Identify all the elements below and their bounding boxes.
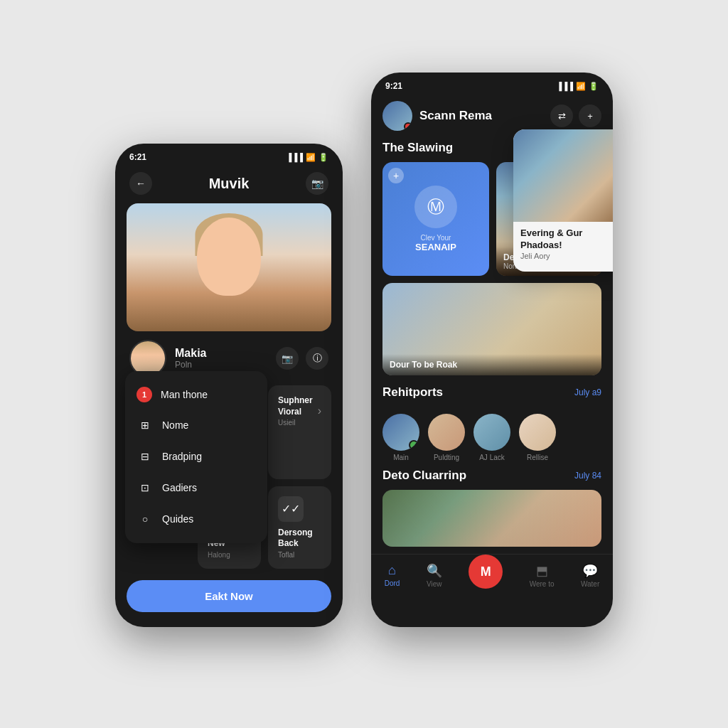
floating-img [513,129,613,222]
nav-fab-main[interactable]: M [469,555,503,589]
right-header-name: Scann Rema [419,109,543,123]
avatar-label-aj: AJ Lack [479,454,505,461]
card-suphner[interactable]: Suphner Vioral Usieil › [268,385,331,479]
avatar-circle-aj [473,414,510,451]
avatar-circle-main [382,414,419,451]
profile-info: Makia Poln [175,347,267,370]
rehitports-date: July a9 [574,387,601,397]
bradping-icon: ⊟ [136,448,154,465]
video-title: Dour To be Roak [390,360,594,370]
floating-card[interactable]: Evering & Gur Phadoas! Jeli Aory [513,129,613,272]
blue-card-label: Clev Your [421,234,451,242]
signal-icon: ▐▐▐ [287,153,303,161]
avatar-img-aj [473,414,510,451]
dropdown-menu: 1 Man thone ⊞ Nome ⊟ Bradping ⊡ Gadiers … [125,371,267,543]
nav-dord[interactable]: ⌂ Dord [385,563,400,587]
gadiers-icon: ⊡ [136,479,154,496]
online-indicator [404,122,412,131]
back-button[interactable]: ← [129,172,152,195]
plus-button[interactable]: + [388,168,404,183]
card-dersong-sub: Toflal [278,551,321,559]
nav-dord-label: Dord [385,579,400,587]
rehitports-header: Rehitports July a9 [382,385,601,400]
info-action-btn[interactable]: ⓘ [306,347,328,370]
avatar-label-puldting: Puldting [434,454,459,461]
nav-were-to[interactable]: ⬒ Were to [530,563,555,588]
video-row: Dour To be Roak [382,283,601,375]
photo-action-btn[interactable]: 📷 [276,347,299,370]
nav-view-label: View [427,580,442,588]
arrow-icon: › [318,405,321,417]
menu-label-bradping: Bradping [162,451,202,462]
battery-icon: 🔋 [318,153,328,162]
floating-sub: Jeli Aory [520,252,613,260]
avatar-online-main [409,440,419,450]
menu-item-nome[interactable]: ⊞ Nome [125,410,267,441]
right-header-avatar [382,101,412,131]
card-bake-sub: Halong [208,551,251,559]
r-wifi-icon: 📶 [576,82,586,91]
video-card-dour[interactable]: Dour To be Roak [382,283,601,375]
deto-image [382,490,601,547]
scene: 6:21 ▐▐▐ 📶 🔋 ← Muvik 📷 [0,0,728,728]
right-phone: 9:21 ▐▐▐ 📶 🔋 Scann Rema ⇄ + The Slawing [371,73,613,627]
avatar-puldting[interactable]: Puldting [428,414,465,461]
blue-card-logo: Ⓜ [414,186,457,228]
avatar-label-rellise: Rellise [527,454,548,461]
card-suphner-sub: Usieil [278,419,318,427]
floating-title: Evering & Gur Phadoas! [520,228,613,252]
camera-button[interactable]: 📷 [306,172,328,195]
nome-icon: ⊞ [136,417,154,434]
section-deto: Deto Cluarrinp July 84 [371,466,613,554]
right-time: 9:21 [385,81,402,91]
add-button[interactable]: + [579,105,601,127]
avatar-img-rellise [519,414,556,451]
search-icon: 🔍 [427,563,442,579]
card-dersong-title: Dersong Back [278,528,321,550]
card-dersong[interactable]: ✓✓ Dersong Back Toflal [268,486,331,569]
profile-name: Makia [175,347,267,360]
r-signal-icon: ▐▐▐ [557,82,573,90]
menu-item-man-thone[interactable]: 1 Man thone [125,380,267,410]
menu-item-bradping[interactable]: ⊟ Bradping [125,441,267,472]
menu-item-gadiers[interactable]: ⊡ Gadiers [125,472,267,503]
header-actions: ⇄ + [550,105,601,127]
menu-label-man-thone: Man thone [161,389,208,400]
bottom-cta-button[interactable]: Eakt Now [127,580,331,612]
avatar-main[interactable]: Main [382,414,419,461]
card-dersong-icon: ✓✓ [278,496,304,522]
menu-label-quides: Quides [162,513,193,525]
home-icon: ⌂ [388,563,396,578]
avatar-face [131,341,165,375]
right-status-bar: 9:21 ▐▐▐ 📶 🔋 [371,73,613,95]
nav-view[interactable]: 🔍 View [427,563,442,588]
swap-button[interactable]: ⇄ [550,105,573,127]
hero-person-bg [127,203,331,331]
blue-content-card[interactable]: + Ⓜ Clev Your SEANAIP [382,162,489,276]
blue-card-title: SEANAIP [415,242,456,252]
nav-were-to-label: Were to [530,580,555,588]
r-battery-icon: 🔋 [589,82,599,91]
nav-water[interactable]: 💬 Water [581,563,599,588]
avatar-label-main: Main [393,454,409,461]
left-time: 6:21 [129,152,146,162]
profile-sub: Poln [175,360,267,370]
profile-actions: 📷 ⓘ [276,347,328,370]
section-video: Dour To be Roak [371,283,613,382]
section-rehitports: Rehitports July a9 [371,382,613,414]
chat-icon: 💬 [582,563,598,579]
wifi-icon: 📶 [306,153,316,162]
avatar-img-puldting [428,414,465,451]
avatar-aj-lack[interactable]: AJ Lack [473,414,510,461]
menu-item-quides[interactable]: ○ Quides [125,503,267,535]
hero-image [127,203,331,331]
avatar-circle-puldting [428,414,465,451]
bookmark-icon: ⬒ [536,563,548,579]
menu-label-nome: Nome [162,419,188,431]
man-thone-icon: 1 [136,387,152,402]
deto-title: Deto Cluarrinp [382,469,466,483]
deto-date: July 84 [574,471,601,481]
avatar-rellise[interactable]: Rellise [519,414,556,461]
video-overlay: Dour To be Roak [382,354,601,375]
slawing-title: The Slawing [382,141,453,155]
